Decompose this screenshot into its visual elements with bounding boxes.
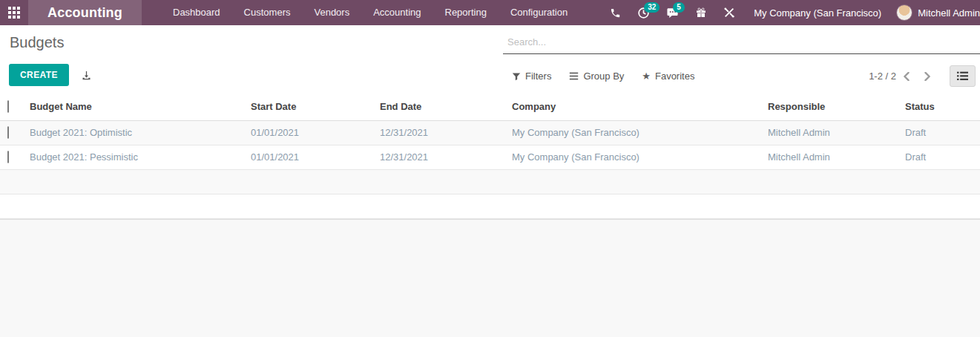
tools-button[interactable]	[715, 0, 743, 25]
filter-toolbar: Filters Group By ★ Favorites 1-2 / 2	[503, 65, 980, 87]
apps-grid-icon	[8, 7, 20, 19]
phone-icon	[610, 7, 621, 19]
control-panel: Budgets CREATE Filters	[0, 25, 980, 94]
table-row[interactable]: Budget 2021: Optimistic 01/01/2021 12/31…	[0, 120, 980, 145]
cell-responsible[interactable]: Mitchell Admin	[768, 145, 905, 169]
messages-button[interactable]: 5	[658, 0, 687, 25]
cell-budget-name[interactable]: Budget 2021: Pessimistic	[30, 145, 251, 169]
top-menu: Dashboard Customers Vendors Accounting R…	[161, 0, 579, 25]
menu-dashboard[interactable]: Dashboard	[161, 0, 232, 25]
menu-reporting[interactable]: Reporting	[433, 0, 499, 25]
page-title-breadcrumb[interactable]: Budgets	[10, 34, 64, 51]
cell-start-date[interactable]: 01/01/2021	[251, 145, 380, 169]
cell-responsible[interactable]: Mitchell Admin	[768, 120, 905, 145]
create-button[interactable]: CREATE	[9, 64, 69, 86]
gift-icon	[695, 7, 707, 19]
export-button[interactable]	[81, 70, 92, 81]
budgets-list-table: Budget Name Start Date End Date Company …	[0, 94, 980, 219]
column-header-budget-name[interactable]: Budget Name	[30, 94, 251, 120]
empty-row	[0, 194, 980, 218]
activities-button[interactable]: 32	[629, 0, 658, 25]
pager: 1-2 / 2	[869, 65, 980, 87]
table-row[interactable]: Budget 2021: Pessimistic 01/01/2021 12/3…	[0, 145, 980, 169]
pager-next-button[interactable]	[917, 72, 938, 81]
pager-range: 1-2 / 2	[869, 71, 896, 82]
top-navbar: Accounting Dashboard Customers Vendors A…	[0, 0, 980, 25]
app-name[interactable]: Accounting	[28, 0, 142, 25]
group-by-icon	[569, 71, 579, 81]
group-by-button[interactable]: Group By	[560, 68, 633, 85]
voip-phone-button[interactable]	[602, 0, 629, 25]
user-menu[interactable]: Mitchell Admin	[892, 4, 980, 21]
column-header-responsible[interactable]: Responsible	[768, 94, 905, 120]
menu-customers[interactable]: Customers	[232, 0, 303, 25]
select-all-checkbox[interactable]	[7, 100, 9, 113]
favorites-button[interactable]: ★ Favorites	[633, 68, 703, 85]
row-checkbox[interactable]	[7, 151, 9, 163]
cell-budget-name[interactable]: Budget 2021: Optimistic	[30, 120, 251, 145]
cell-company[interactable]: My Company (San Francisco)	[512, 120, 768, 145]
list-view-icon	[957, 71, 968, 81]
filters-button[interactable]: Filters	[503, 68, 560, 85]
action-buttons: CREATE	[9, 64, 92, 86]
filters-label: Filters	[525, 71, 551, 82]
cell-start-date[interactable]: 01/01/2021	[251, 120, 380, 145]
star-icon: ★	[642, 71, 651, 82]
search-input[interactable]	[503, 33, 980, 53]
cell-company[interactable]: My Company (San Francisco)	[512, 145, 768, 169]
apps-menu-button[interactable]	[0, 0, 28, 25]
navbar-systray: 32 5	[602, 0, 980, 25]
group-by-label: Group By	[583, 71, 624, 82]
user-avatar	[896, 4, 912, 21]
cell-end-date[interactable]: 12/31/2021	[380, 145, 512, 169]
table-header-row: Budget Name Start Date End Date Company …	[0, 94, 980, 120]
message-count-badge: 5	[673, 2, 685, 13]
search-panel: Filters Group By ★ Favorites 1-2 / 2	[503, 33, 980, 87]
list-view-toggle-button[interactable]	[950, 65, 976, 87]
column-header-start-date[interactable]: Start Date	[251, 94, 380, 120]
menu-configuration[interactable]: Configuration	[499, 0, 579, 25]
cell-end-date[interactable]: 12/31/2021	[380, 120, 512, 145]
empty-row	[0, 169, 980, 194]
row-checkbox[interactable]	[7, 126, 9, 139]
column-header-company[interactable]: Company	[512, 94, 768, 120]
company-switcher[interactable]: My Company (San Francisco)	[743, 7, 892, 19]
menu-vendors[interactable]: Vendors	[302, 0, 361, 25]
cell-status[interactable]: Draft	[905, 145, 980, 169]
column-header-end-date[interactable]: End Date	[380, 94, 512, 120]
user-name: Mitchell Admin	[918, 7, 980, 19]
download-icon	[81, 70, 92, 81]
referral-button[interactable]	[687, 0, 715, 25]
content-background	[0, 219, 980, 332]
cell-status[interactable]: Draft	[905, 120, 980, 145]
favorites-label: Favorites	[655, 71, 694, 82]
crossed-tools-icon	[723, 7, 735, 19]
search-box	[503, 33, 980, 54]
menu-accounting[interactable]: Accounting	[361, 0, 433, 25]
column-header-status[interactable]: Status	[905, 94, 980, 120]
activity-count-badge: 32	[644, 2, 660, 13]
pager-previous-button[interactable]	[896, 72, 917, 81]
filter-funnel-icon	[512, 72, 521, 81]
